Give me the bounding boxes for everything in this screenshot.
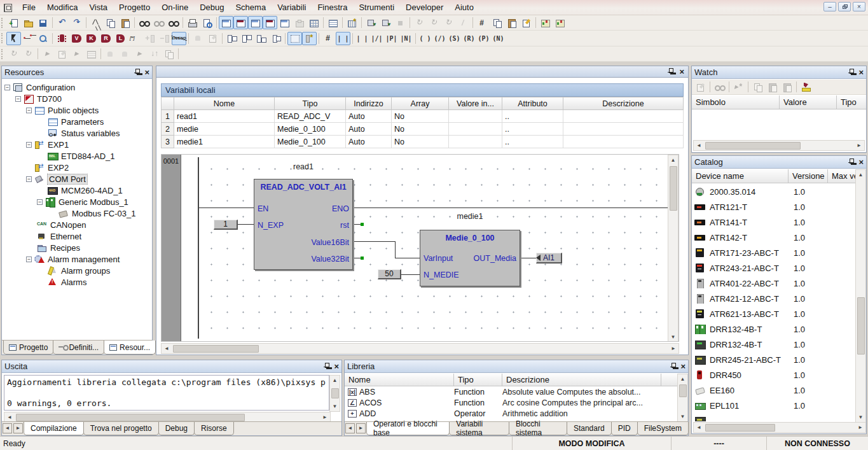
add-pin-icon[interactable] bbox=[142, 32, 157, 45]
tree-item-td700[interactable]: −TD700 bbox=[15, 93, 62, 104]
menu-debug[interactable]: Debug bbox=[194, 1, 230, 14]
close-icon[interactable]: × bbox=[858, 69, 864, 76]
tab-filesystem[interactable]: FileSystem bbox=[637, 422, 689, 435]
schema-window-icon[interactable] bbox=[277, 16, 292, 29]
new-project-icon[interactable] bbox=[6, 16, 21, 29]
tab-variabili-sistema[interactable]: Variabili sistema bbox=[449, 422, 509, 435]
catalog-vertical-scrollbar[interactable]: ▲ ▼ bbox=[855, 169, 866, 423]
find-in-project-icon[interactable] bbox=[166, 16, 181, 29]
menu-online[interactable]: On-line bbox=[156, 1, 194, 14]
table-row[interactable]: 2 medie Medie_0_100 Auto No .. bbox=[162, 123, 684, 136]
catalog-horizontal-scrollbar[interactable]: ◄ ► bbox=[693, 422, 866, 433]
properties-icon[interactable] bbox=[519, 16, 534, 29]
run-cycle-icon[interactable] bbox=[427, 16, 441, 29]
close-icon[interactable]: × bbox=[680, 363, 685, 370]
menu-strumenti[interactable]: Strumenti bbox=[353, 1, 400, 14]
close-icon[interactable]: × bbox=[858, 158, 864, 165]
menu-aiuto[interactable]: Aiuto bbox=[449, 1, 479, 14]
block1-pin-rst[interactable]: rst bbox=[340, 221, 349, 230]
block1-instance-name[interactable]: read1 bbox=[254, 162, 353, 171]
tree-item-etd884[interactable]: ETD884-AD_1 bbox=[48, 150, 115, 162]
menu-progetto[interactable]: Progetto bbox=[113, 1, 156, 14]
undo-icon[interactable] bbox=[55, 16, 69, 29]
scroll-thumb[interactable] bbox=[331, 388, 339, 398]
table-row[interactable]: 1 read1 READ_ADC_V Auto No .. bbox=[162, 110, 684, 123]
contact-n-icon[interactable]: |N| bbox=[399, 32, 413, 45]
block1-pin-value16bit[interactable]: Value16Bit bbox=[311, 238, 349, 247]
tree-item-modbus-fc03[interactable]: Modbus FC-03_1 bbox=[59, 207, 135, 219]
properties-window-icon[interactable] bbox=[233, 16, 248, 29]
col-valore[interactable]: Valore in... bbox=[449, 97, 502, 110]
run-loop-icon[interactable] bbox=[412, 16, 427, 29]
toolbar-grip[interactable] bbox=[1, 49, 4, 59]
coil-reset-icon[interactable]: (R) bbox=[462, 32, 476, 45]
block2-pin-nmedie[interactable]: N_MEDIE bbox=[424, 271, 459, 279]
watch-horizontal-scrollbar[interactable]: ◄ ► bbox=[693, 140, 865, 151]
scroll-up-icon[interactable]: ▲ bbox=[330, 376, 340, 385]
restore-button[interactable] bbox=[838, 2, 851, 11]
catalog-row[interactable]: 2000.35.0141.0 bbox=[692, 184, 856, 199]
force-icon[interactable] bbox=[456, 16, 471, 29]
catalog-row[interactable]: ATR142-T1.0 bbox=[692, 230, 856, 245]
copy-icon[interactable] bbox=[103, 16, 118, 29]
library-col-descrizione[interactable]: Descrizione bbox=[502, 374, 661, 386]
coil-n-icon[interactable]: (N) bbox=[491, 32, 506, 45]
select-tool-icon[interactable] bbox=[6, 32, 21, 45]
block2-pin-outmedia[interactable]: OUT_Media bbox=[474, 254, 516, 263]
tabs-scroll-left-icon[interactable]: ◄ bbox=[3, 423, 12, 433]
tree-item-recipes[interactable]: Recipes bbox=[37, 242, 80, 253]
library-row[interactable]: |x| ABS Function Absolute value Computes… bbox=[345, 386, 678, 397]
insert-comment-icon[interactable] bbox=[128, 32, 142, 45]
catalog-row[interactable]: DRR132-4B-T1.0 bbox=[692, 337, 856, 352]
scroll-up-icon[interactable]: ▲ bbox=[856, 170, 866, 179]
watch-import-icon[interactable] bbox=[780, 80, 794, 94]
scroll-thumb[interactable] bbox=[679, 384, 687, 397]
expand-icon[interactable]: − bbox=[4, 85, 10, 90]
toolbar-grip[interactable] bbox=[1, 33, 4, 43]
library-col-tipo[interactable]: Tipo bbox=[454, 374, 502, 386]
output-log[interactable]: Aggiornamenti libreria collegata c:\prog… bbox=[4, 375, 329, 411]
scroll-left-icon[interactable]: ◄ bbox=[162, 344, 172, 353]
library-vertical-scrollbar[interactable]: ▲ ▼ bbox=[677, 374, 688, 422]
constant-50[interactable]: 50 bbox=[378, 269, 401, 279]
scroll-up-icon[interactable]: ▲ bbox=[678, 374, 688, 384]
scroll-up-icon[interactable]: ▲ bbox=[668, 155, 679, 165]
watch-properties-icon[interactable] bbox=[693, 80, 708, 94]
project-window-icon[interactable] bbox=[219, 16, 233, 29]
scroll-down-icon[interactable]: ▼ bbox=[678, 412, 688, 421]
menu-schema[interactable]: Schema bbox=[230, 1, 272, 14]
tab-pid[interactable]: PID bbox=[611, 422, 638, 435]
tree-item-configuration[interactable]: −Configuration bbox=[4, 81, 75, 93]
col-indirizzo[interactable]: Indirizzo bbox=[346, 97, 392, 110]
col-rownum[interactable] bbox=[162, 97, 174, 110]
find-icon[interactable] bbox=[137, 16, 151, 29]
scroll-left-icon[interactable]: ◄ bbox=[694, 141, 704, 150]
tab-progetto[interactable]: Progetto bbox=[3, 341, 53, 355]
connection-tool-icon[interactable] bbox=[21, 32, 36, 45]
insert-network-icon[interactable] bbox=[321, 32, 336, 45]
network-config-icon[interactable] bbox=[475, 16, 490, 29]
tree-item-exp1[interactable]: −EXP1 bbox=[26, 139, 69, 150]
col-descrizione[interactable]: Descrizione bbox=[563, 97, 684, 110]
watch-copy-icon[interactable] bbox=[750, 80, 765, 94]
coil-icon[interactable]: ( ) bbox=[418, 32, 432, 45]
output-vertical-scrollbar[interactable]: ▲ ▼ bbox=[329, 375, 340, 412]
snapshot-icon[interactable] bbox=[292, 16, 307, 29]
watch-col-valore[interactable]: Valore bbox=[780, 95, 837, 109]
chart-remove-icon[interactable] bbox=[553, 16, 567, 29]
output-window-icon[interactable] bbox=[263, 16, 277, 29]
expand-icon[interactable]: − bbox=[26, 176, 32, 182]
tree-item-alarms[interactable]: Alarms bbox=[48, 276, 86, 288]
watch-paste-icon[interactable] bbox=[765, 80, 780, 94]
pin-icon[interactable] bbox=[668, 68, 674, 76]
col-nome[interactable]: Nome bbox=[174, 97, 275, 110]
upload-target-icon[interactable] bbox=[378, 16, 393, 29]
watch-glasses-icon[interactable] bbox=[712, 80, 727, 94]
tree-item-canopen[interactable]: CANopen bbox=[37, 219, 86, 230]
stop-icon[interactable] bbox=[393, 16, 408, 29]
doc-pause-icon[interactable] bbox=[162, 47, 176, 60]
export-icon[interactable] bbox=[504, 16, 519, 29]
step-stop-icon[interactable] bbox=[84, 47, 99, 60]
contact-nc-icon[interactable]: |/| bbox=[369, 32, 384, 45]
col-array[interactable]: Array bbox=[392, 97, 449, 110]
